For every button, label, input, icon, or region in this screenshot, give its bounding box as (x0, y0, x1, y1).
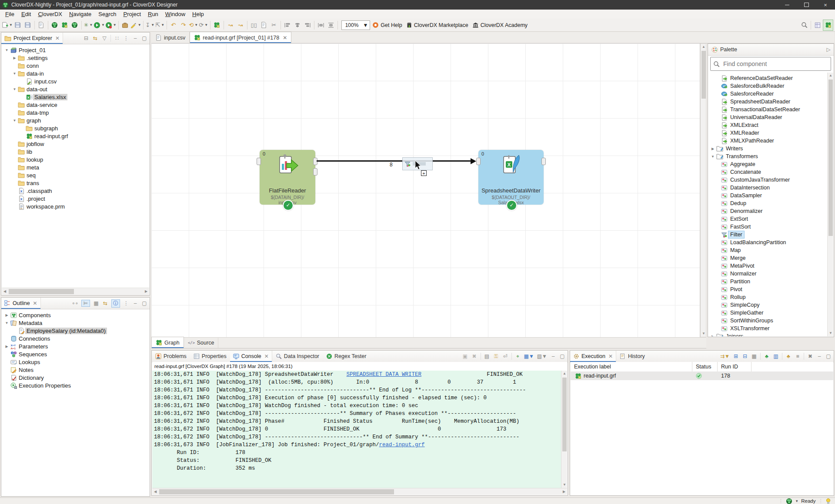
maximize-view-icon[interactable]: ▢ (825, 353, 832, 359)
minimize-view-icon[interactable]: – (550, 353, 556, 359)
open-console-icon[interactable]: ▧▼ (537, 353, 547, 359)
redo-button[interactable]: ↷ (179, 20, 188, 30)
tab-data-inspector[interactable]: Data Inspector (272, 351, 323, 362)
tab-console[interactable]: Console✕ (230, 351, 272, 362)
cloverdx-marketplace-button[interactable]: CloverDX Marketplace (406, 20, 468, 30)
expand-all-icon[interactable]: ⊞ (733, 353, 739, 359)
distribute-h-button[interactable] (316, 20, 326, 30)
outline-tree-item[interactable]: ▼Metadata (1, 319, 150, 327)
palette-item-transformers[interactable]: ▼Transformers (708, 153, 827, 160)
tab-graph[interactable]: Graph (151, 337, 184, 348)
run-options-icon[interactable]: ⇉▼ (720, 353, 730, 359)
scroll-up-icon[interactable]: ▲ (828, 73, 834, 79)
chevron-down-icon[interactable]: ▼ (4, 48, 10, 52)
maximize-button[interactable] (797, 0, 816, 10)
menu-file[interactable]: File (2, 10, 18, 18)
chevron-down-icon[interactable]: ▼ (12, 87, 17, 91)
close-view-icon[interactable]: ✕ (33, 300, 37, 306)
palette-item-spreadsheetdatareader[interactable]: SpreadsheetDataReader (708, 98, 827, 106)
project-tree-item[interactable]: ▼Project_01 (1, 46, 150, 54)
search-button[interactable] (799, 20, 809, 30)
tracking-icon[interactable]: ♣ (764, 353, 770, 359)
pin-console-icon[interactable]: ⌖ (515, 353, 521, 359)
sync-icon[interactable]: ⇆ (102, 300, 108, 306)
component-port[interactable] (257, 158, 261, 165)
project-tree-item[interactable]: XSalaries.xlsx (1, 93, 150, 101)
scroll-down-icon[interactable]: ▼ (561, 482, 568, 488)
palette-item-dedup[interactable]: Dedup (708, 199, 827, 207)
project-tree-item[interactable]: workspace.prm (1, 202, 150, 210)
palette-item-xmlextract[interactable]: XMLExtract (708, 121, 827, 129)
cut-button[interactable]: ✂ (269, 20, 279, 30)
view-menu-icon[interactable]: ⋮ (123, 300, 129, 306)
palette-item-datasampler[interactable]: DataSampler (708, 192, 827, 199)
scroll-down-icon[interactable]: ▼ (701, 331, 707, 337)
edge[interactable] (317, 160, 471, 162)
tab-execution[interactable]: Execution✕ (570, 351, 616, 362)
undo-button[interactable]: ↶ (169, 20, 178, 30)
zoom-level-select[interactable]: 100%▼ (341, 20, 371, 30)
console-log[interactable]: 18:06:31,671 INFO [WatchDog_178] Spreads… (152, 371, 561, 489)
menu-window[interactable]: Window (162, 10, 189, 18)
project-tree-item[interactable]: read-input.grf (1, 132, 150, 140)
scroll-up-icon[interactable]: ▲ (701, 44, 707, 50)
canvas-vscrollbar[interactable]: ▲ ▼ (700, 43, 706, 337)
palette-item-filter[interactable]: Filter (708, 231, 827, 239)
component-port[interactable] (313, 168, 317, 176)
scroll-left-icon[interactable]: ◀ (2, 288, 8, 295)
highlight-button[interactable]: ↝ (226, 20, 235, 30)
chevron-down-icon[interactable]: ▼ (710, 155, 715, 159)
paste-button[interactable] (259, 20, 269, 30)
tab-history[interactable]: History (616, 351, 648, 362)
cloverdx-perspective-button[interactable] (823, 20, 833, 31)
menu-project[interactable]: Project (120, 10, 144, 18)
clover-export-button[interactable] (70, 20, 80, 30)
format-button[interactable]: ▼ (130, 20, 141, 30)
palette-item-fastsort[interactable]: FastSort (708, 223, 827, 231)
tab-source[interactable]: </>Source (184, 337, 219, 348)
palette-item-simplecopy[interactable]: SimpleCopy (708, 301, 827, 309)
palette-item-aggregate[interactable]: Aggregate (708, 160, 827, 168)
back-button[interactable]: ⟲▼ (189, 20, 198, 30)
connect-icon[interactable]: ∘∘ (72, 300, 78, 306)
maximize-view-icon[interactable]: ▢ (141, 300, 147, 306)
palette-item-normalizer[interactable]: Normalizer (708, 270, 827, 278)
table-view-icon[interactable]: ▦ (93, 300, 99, 306)
tab-regex-tester[interactable]: Regex Tester (323, 351, 370, 362)
view-menu-icon[interactable]: ⋮ (123, 35, 129, 41)
close-tab-icon[interactable]: ✕ (283, 35, 287, 41)
palette-item-rollup[interactable]: Rollup (708, 293, 827, 301)
open-perspective-button[interactable] (813, 20, 822, 30)
stop-icon[interactable]: ■ (795, 353, 801, 359)
palette-item-customjavatransformer[interactable]: CustomJavaTransformer (708, 176, 827, 184)
terminate-icon[interactable]: ▣ (462, 353, 468, 359)
project-hscrollbar[interactable]: ◀ ▶ (2, 288, 149, 295)
console-hscrollbar[interactable]: ◀ ▶ (152, 488, 567, 495)
open-run-button[interactable] (120, 20, 130, 30)
menu-help[interactable]: Help (189, 10, 207, 18)
project-tree-item[interactable]: conn (1, 62, 150, 70)
project-tree-item[interactable]: seq (1, 171, 150, 179)
align-right-button[interactable] (303, 20, 312, 30)
filter-funnel-icon[interactable]: ▽ (101, 35, 107, 41)
menu-run[interactable]: Run (144, 10, 162, 18)
chevron-right-icon[interactable]: ▶ (12, 56, 17, 60)
project-tree-item[interactable]: ▼graph (1, 116, 150, 124)
palette-item-referencedatasetreader[interactable]: ReferenceDataSetReader (708, 74, 827, 82)
server-status-icon[interactable] (786, 498, 792, 504)
palette-item-joiners[interactable]: ▶Joiners (708, 332, 827, 336)
project-tree-item[interactable]: X.classpath (1, 187, 150, 195)
collapse-palette-icon[interactable]: ▷ (825, 46, 832, 53)
focus-icon[interactable]: ∷ (114, 35, 120, 41)
clear-console-icon[interactable]: ▤ (484, 353, 490, 359)
palette-item-xsltransformer[interactable]: XSLTransformer (708, 325, 827, 332)
chevron-right-icon[interactable]: ▶ (710, 147, 715, 151)
scroll-right-icon[interactable]: ▶ (143, 288, 149, 295)
align-left-button[interactable] (283, 20, 292, 30)
scroll-left-icon[interactable]: ◀ (152, 489, 158, 495)
chevron-right-icon[interactable]: ▶ (710, 335, 715, 337)
scroll-down-icon[interactable]: ▼ (828, 330, 834, 336)
component-flatfilereader[interactable]: 0 FlatFileReader${DATAIN_DIR}/input.csv✓ (260, 150, 315, 205)
debug-button[interactable]: ✳▼ (84, 20, 93, 30)
align-center-button[interactable] (293, 20, 302, 30)
